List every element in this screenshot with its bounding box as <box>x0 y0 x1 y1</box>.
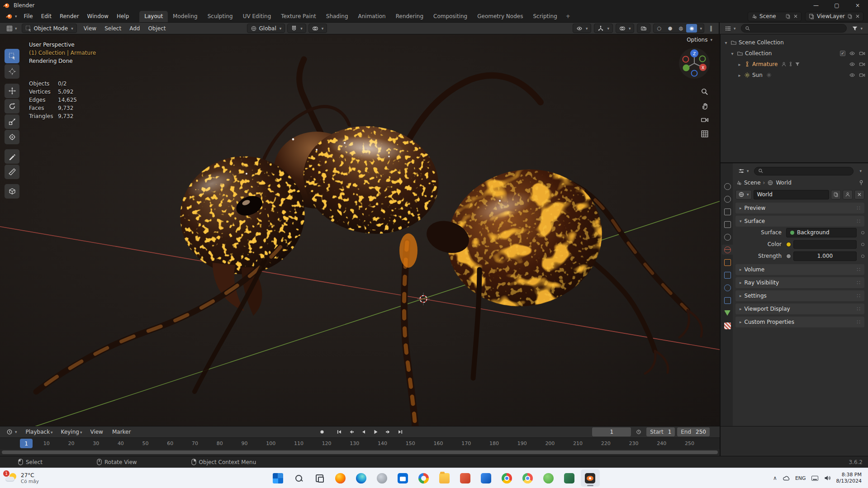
editor-toggle-icon[interactable]: ‖ <box>707 24 715 33</box>
tool-move[interactable] <box>5 84 19 98</box>
taskbar-app-task-view[interactable] <box>310 469 329 487</box>
scene-unlink-button[interactable] <box>793 14 798 19</box>
playhead[interactable]: 1 <box>20 439 33 448</box>
taskbar-app-photos[interactable] <box>414 469 433 487</box>
animate-dot[interactable] <box>861 255 864 258</box>
menu-window[interactable]: Window <box>83 11 113 21</box>
record-button[interactable] <box>317 427 327 436</box>
workspace-tab-scripting[interactable]: Scripting <box>528 11 562 22</box>
timeline-scrollbar[interactable] <box>0 449 720 456</box>
properties-filter-button[interactable]: ▾ <box>856 168 864 174</box>
end-frame-field[interactable]: End 250 <box>677 427 710 436</box>
workspace-tab-geometry-nodes[interactable]: Geometry Nodes <box>472 11 528 22</box>
panel-drag-grip[interactable]: ∷ <box>857 205 861 211</box>
auto-keying-clock-button[interactable] <box>633 427 644 436</box>
scene-selector[interactable]: Scene <box>748 12 802 21</box>
add-workspace-button[interactable]: + <box>562 11 574 21</box>
taskbar-app-app-dark-green[interactable] <box>560 469 579 487</box>
jump-to-end-button[interactable] <box>395 427 406 436</box>
properties-tab-texture[interactable] <box>724 322 731 329</box>
workspace-tab-uv-editing[interactable]: UV Editing <box>238 11 276 22</box>
proportional-editing-dropdown[interactable]: ▾ <box>308 24 327 33</box>
minimize-button[interactable]: — <box>806 0 826 10</box>
play-button[interactable] <box>370 427 381 436</box>
timeline-menu-view[interactable]: View <box>86 427 108 437</box>
pin-icon[interactable] <box>858 180 864 186</box>
weather-widget[interactable]: 1 27°C Có mây <box>5 472 39 484</box>
menu-help[interactable]: Help <box>113 11 133 21</box>
jump-to-start-button[interactable] <box>334 427 345 436</box>
outliner-editor-type-button[interactable]: ▾ <box>722 24 739 33</box>
outliner-filter-button[interactable]: ▾ <box>849 24 865 33</box>
timeline-menu-keying[interactable]: Keying▾ <box>57 427 86 437</box>
panel-drag-grip[interactable]: ∷ <box>857 280 861 286</box>
properties-tab-scene[interactable] <box>724 234 731 241</box>
next-keyframe-button[interactable] <box>383 427 394 436</box>
panel-drag-grip[interactable]: ∷ <box>857 293 861 299</box>
language-indicator[interactable]: ENG <box>795 475 806 481</box>
tool-cursor[interactable] <box>5 64 19 79</box>
viewport-menu-select[interactable]: Select <box>100 24 125 33</box>
viewport-options-dropdown[interactable]: Options▾ <box>687 37 712 43</box>
workspace-tab-compositing[interactable]: Compositing <box>428 11 472 22</box>
window-titlebar[interactable]: Blender — ▢ × <box>0 0 868 10</box>
workspace-tab-sculpting[interactable]: Sculpting <box>203 11 238 22</box>
maximize-button[interactable]: ▢ <box>826 0 847 10</box>
viewlayer-unlink-button[interactable] <box>855 14 860 19</box>
timeline-ruler[interactable]: 1102030405060708090100110120130140150160… <box>0 437 720 449</box>
properties-tab-modifiers[interactable] <box>724 272 731 279</box>
timeline-editor-type-button[interactable]: ▾ <box>4 428 20 436</box>
taskbar-clock[interactable]: 8:38 PM 8/13/2024 <box>836 472 862 484</box>
timeline-menu-playback[interactable]: Playback▾ <box>22 427 57 437</box>
start-frame-field[interactable]: Start 1 <box>646 427 675 436</box>
timeline-menu-marker[interactable]: Marker <box>108 427 136 437</box>
tool-annotate[interactable] <box>5 149 19 164</box>
panel-drag-grip[interactable]: ∷ <box>857 319 861 325</box>
object-visibility-dropdown[interactable]: ▾ <box>573 24 592 33</box>
workspace-tab-rendering[interactable]: Rendering <box>391 11 428 22</box>
world-browse-button[interactable]: ▾ <box>735 190 752 199</box>
blender-app-menu[interactable]: ▾ <box>3 12 20 21</box>
properties-tab-tool[interactable] <box>724 183 731 190</box>
outliner-search-input[interactable] <box>741 24 847 33</box>
workspace-tab-texture-paint[interactable]: Texture Paint <box>276 11 321 22</box>
world-unlink-button[interactable] <box>854 190 864 199</box>
properties-search-input[interactable] <box>754 167 854 175</box>
tray-chevron-up-icon[interactable]: ∧ <box>773 475 777 481</box>
properties-tab-object-data[interactable] <box>724 310 730 316</box>
menu-edit[interactable]: Edit <box>37 11 56 21</box>
taskbar-app-edge[interactable] <box>352 469 371 487</box>
workspace-tab-animation[interactable]: Animation <box>353 11 391 22</box>
workspace-tab-shading[interactable]: Shading <box>321 11 353 22</box>
ime-keyboard-icon[interactable] <box>811 476 818 481</box>
tool-select-box[interactable] <box>5 49 19 63</box>
panel-custom-properties[interactable]: ▸Custom Properties ∷ <box>735 317 864 327</box>
outliner-row-scene-collection[interactable]: ▾ Scene Collection <box>721 37 868 48</box>
camera-view-icon[interactable] <box>701 116 709 124</box>
outliner-row-sun[interactable]: ▸ Sun <box>721 70 868 81</box>
navigation-gizmo[interactable]: Z X <box>678 47 711 80</box>
surface-type-dropdown[interactable]: Background <box>786 228 857 237</box>
shading-solid-button[interactable]: ● <box>664 24 675 33</box>
hide-eye-icon[interactable] <box>849 50 855 57</box>
world-copies-button[interactable] <box>831 190 841 199</box>
taskbar-app-app-red[interactable] <box>456 469 475 487</box>
panel-surface[interactable]: ▾Surface ∷ <box>735 216 864 227</box>
taskbar-app-outlook[interactable] <box>477 469 496 487</box>
breadcrumb-scene[interactable]: Scene <box>744 180 761 186</box>
breadcrumb-world[interactable]: World <box>776 180 791 186</box>
volume-icon[interactable] <box>824 474 831 482</box>
properties-tab-view-layer[interactable] <box>724 221 731 228</box>
taskbar-app-search[interactable] <box>289 469 308 487</box>
properties-tab-render[interactable] <box>724 196 731 203</box>
viewport-menu-view[interactable]: View <box>80 24 100 33</box>
properties-tab-output[interactable] <box>724 208 731 215</box>
taskbar-app-blender[interactable] <box>581 469 600 487</box>
workspace-tab-modeling[interactable]: Modeling <box>168 11 203 22</box>
taskbar-app-chrome-2[interactable] <box>518 469 537 487</box>
tool-scale[interactable] <box>5 114 19 129</box>
properties-editor-type-button[interactable]: ▾ <box>735 167 752 175</box>
properties-tab-object[interactable] <box>724 259 731 266</box>
properties-tab-constraints[interactable] <box>724 297 731 304</box>
mode-dropdown[interactable]: Object Mode▾ <box>22 24 77 33</box>
